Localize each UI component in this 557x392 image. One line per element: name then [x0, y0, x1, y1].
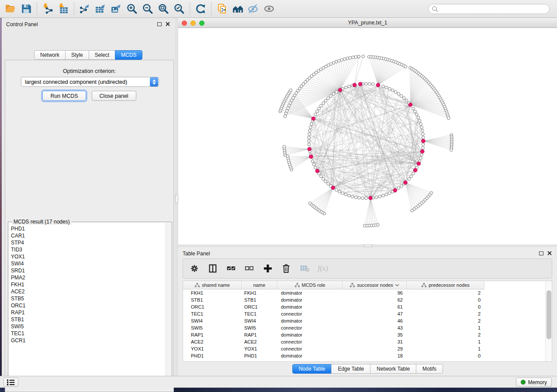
cell-MCDS-role[interactable]: dominator	[277, 317, 343, 324]
graph-node[interactable]	[358, 196, 361, 199]
cell-shared-name[interactable]: ACE2	[183, 338, 242, 345]
graph-node[interactable]	[348, 194, 351, 197]
mcds-result-item[interactable]: SWI5	[11, 323, 165, 330]
cell-name[interactable]: SWI4	[242, 317, 277, 324]
graph-node[interactable]	[388, 87, 391, 90]
cell-name[interactable]: RAP1	[242, 331, 277, 338]
tab-network-table[interactable]: Network Table	[370, 364, 416, 374]
cell-name[interactable]: SWI5	[242, 324, 277, 331]
splitter-grip[interactable]	[175, 195, 178, 203]
cell-predecessor-nodes[interactable]: 2	[407, 331, 484, 338]
network-graph[interactable]	[178, 28, 557, 244]
close-panel-icon[interactable]	[166, 22, 170, 26]
graph-node[interactable]	[308, 143, 311, 146]
graph-node[interactable]	[419, 157, 422, 160]
graph-node[interactable]	[403, 97, 406, 100]
show-hide-columns-button[interactable]	[207, 261, 219, 275]
graph-leaf-node[interactable]	[354, 55, 357, 58]
table-row[interactable]: ACE2ACE2connector311	[183, 338, 484, 345]
cell-shared-name[interactable]: SWI4	[183, 317, 242, 324]
mcds-result-item[interactable]: TID3	[11, 246, 165, 253]
graph-node[interactable]	[365, 197, 368, 200]
mcds-result-item[interactable]: YOX1	[11, 253, 165, 260]
graph-node[interactable]	[365, 83, 368, 86]
cell-predecessor-nodes[interactable]: 2	[407, 310, 484, 317]
table-mode-button[interactable]	[188, 261, 201, 275]
graph-node[interactable]	[400, 185, 403, 188]
graph-leaf-node[interactable]	[450, 148, 453, 151]
column-header-successor-nodes[interactable]: successor nodes	[343, 281, 407, 289]
graph-leaf-node[interactable]	[447, 117, 450, 120]
column-header-MCDS-role[interactable]: MCDS role	[277, 281, 343, 289]
graph-node[interactable]	[341, 192, 344, 195]
graph-node[interactable]	[385, 193, 388, 196]
graph-node[interactable]	[422, 146, 425, 149]
cell-MCDS-role[interactable]: dominator	[277, 289, 343, 296]
cell-MCDS-role[interactable]: connector	[277, 310, 343, 317]
graph-node[interactable]	[410, 175, 413, 178]
graph-node[interactable]	[422, 133, 425, 136]
save-session-button[interactable]	[18, 1, 34, 16]
clear-selection-button[interactable]	[243, 261, 256, 275]
graph-leaf-node[interactable]	[404, 65, 407, 68]
mcds-result-item[interactable]: FKH1	[11, 281, 165, 288]
cell-shared-name[interactable]: FKH1	[183, 289, 242, 296]
cell-predecessor-nodes[interactable]: 2	[407, 289, 484, 296]
cell-shared-name[interactable]: STB1	[183, 296, 242, 303]
mcds-result-item[interactable]: ORC1	[11, 302, 165, 309]
graph-node[interactable]	[391, 89, 394, 92]
new-network-from-selection-button[interactable]	[214, 1, 230, 16]
graph-node[interactable]	[412, 107, 415, 110]
graph-node[interactable]	[322, 102, 325, 105]
mcds-result-item[interactable]: STB5	[11, 295, 165, 302]
graph-node[interactable]	[335, 189, 338, 192]
scrollbar-thumb[interactable]	[547, 290, 551, 339]
graph-leaf-node[interactable]	[362, 55, 365, 58]
zoom-out-button[interactable]	[140, 1, 156, 16]
cell-successor-nodes[interactable]: 35	[343, 331, 407, 338]
cell-name[interactable]: TEC1	[242, 310, 277, 317]
hide-selected-button[interactable]	[246, 1, 261, 16]
mcds-result-item[interactable]: GCR1	[11, 337, 165, 344]
graph-node[interactable]	[375, 196, 378, 199]
mcds-result-item[interactable]: STB1	[11, 316, 165, 323]
table-row[interactable]: SWI5SWI5connector431	[183, 324, 484, 331]
graph-node[interactable]	[327, 182, 330, 186]
cell-successor-nodes[interactable]: 62	[343, 296, 407, 303]
export-image-button[interactable]	[108, 1, 124, 16]
graph-leaf-node[interactable]	[332, 61, 336, 64]
tab-mcds[interactable]: MCDS	[115, 50, 142, 60]
graph-node[interactable]	[408, 178, 411, 181]
graph-mcds-hub-node[interactable]	[308, 147, 311, 151]
graph-leaf-node[interactable]	[340, 58, 343, 62]
graph-node[interactable]	[422, 143, 425, 146]
cell-MCDS-role[interactable]: connector	[277, 345, 343, 352]
open-file-button[interactable]	[3, 1, 18, 16]
cell-predecessor-nodes[interactable]: 0	[407, 352, 484, 359]
column-header-name[interactable]: name	[242, 281, 277, 289]
cell-MCDS-role[interactable]: dominator	[277, 296, 343, 303]
graph-node[interactable]	[310, 123, 313, 126]
table-row[interactable]: ORC1ORC1dominator610	[183, 303, 484, 310]
cell-successor-nodes[interactable]: 29	[343, 345, 407, 352]
cell-MCDS-role[interactable]: dominator	[277, 331, 343, 338]
search-box[interactable]	[428, 4, 550, 14]
mcds-result-item[interactable]: SRD1	[11, 267, 165, 274]
graph-node[interactable]	[348, 85, 351, 88]
graph-node[interactable]	[316, 110, 319, 113]
cell-name[interactable]: STB1	[242, 296, 277, 303]
delete-columns-button[interactable]	[280, 261, 292, 275]
graph-leaf-node[interactable]	[346, 57, 349, 60]
graph-leaf-node[interactable]	[289, 89, 292, 92]
graph-node[interactable]	[405, 99, 408, 102]
table-scrollbar[interactable]	[545, 281, 552, 361]
cell-name[interactable]: ACE2	[242, 338, 277, 345]
graph-mcds-hub-node[interactable]	[338, 88, 342, 92]
zoom-in-button[interactable]	[124, 1, 140, 16]
table-row[interactable]: SWI4SWI4dominator462	[183, 317, 484, 324]
cell-name[interactable]: PHD1	[242, 352, 277, 359]
tab-motifs[interactable]: Motifs	[416, 364, 443, 374]
graph-node[interactable]	[322, 178, 325, 181]
mcds-result-item[interactable]: PMA2	[11, 274, 165, 281]
cell-MCDS-role[interactable]: connector	[277, 338, 343, 345]
